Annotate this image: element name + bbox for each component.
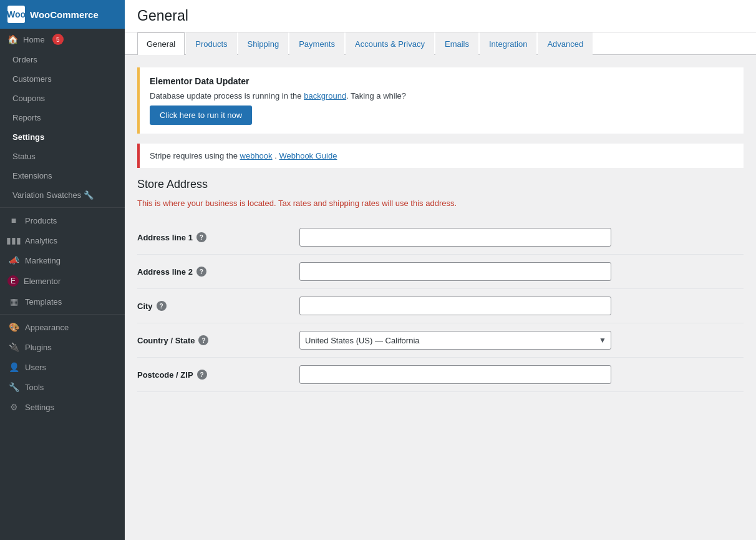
notice-title: Elementor Data Updater bbox=[150, 76, 734, 86]
sidebar-item-marketing[interactable]: 📣 Marketing bbox=[0, 250, 125, 270]
sidebar-item-orders[interactable]: Orders bbox=[0, 50, 125, 69]
sidebar-item-elementor[interactable]: E Elementor bbox=[0, 270, 125, 292]
sidebar-item-label: Templates bbox=[25, 297, 62, 307]
page-header: General bbox=[125, 0, 756, 32]
plugins-icon: 🔌 bbox=[7, 342, 20, 352]
sidebar-item-extensions[interactable]: Extensions bbox=[0, 166, 125, 185]
sidebar-item-label: Elementor bbox=[24, 277, 61, 286]
sidebar-item-reports[interactable]: Reports bbox=[0, 108, 125, 127]
sidebar-item-label: Customers bbox=[12, 74, 52, 84]
postcode-help-icon[interactable]: ? bbox=[197, 370, 207, 380]
sidebar-item-label: Variation Swatches 🔧 bbox=[12, 190, 94, 200]
sidebar-item-coupons[interactable]: Coupons bbox=[0, 89, 125, 108]
content-area: Elementor Data Updater Database update p… bbox=[125, 55, 756, 540]
address2-input[interactable] bbox=[299, 262, 611, 281]
appearance-icon: 🎨 bbox=[7, 322, 20, 332]
stripe-notice-text: Stripe requires using the bbox=[150, 151, 240, 160]
home-icon: 🏠 bbox=[7, 34, 18, 44]
country-help-icon[interactable]: ? bbox=[198, 335, 208, 345]
city-help-icon[interactable]: ? bbox=[157, 301, 167, 311]
sidebar-header[interactable]: Woo WooCommerce bbox=[0, 0, 125, 29]
sidebar-item-label: Plugins bbox=[25, 343, 52, 352]
sidebar-item-plugins[interactable]: 🔌 Plugins bbox=[0, 337, 125, 357]
sidebar-item-label: Home bbox=[23, 35, 45, 44]
form-row-address2: Address line 2 ? bbox=[137, 255, 744, 289]
store-address-desc: This is where your business is located. … bbox=[137, 199, 744, 208]
sidebar-item-label: Orders bbox=[12, 55, 37, 64]
sidebar-item-label: Analytics bbox=[25, 236, 57, 245]
tab-emails[interactable]: Emails bbox=[435, 32, 478, 55]
sidebar-item-tools[interactable]: 🔧 Tools bbox=[0, 377, 125, 397]
background-link[interactable]: background bbox=[304, 91, 346, 101]
country-select-wrapper: United States (US) — California United S… bbox=[299, 331, 611, 350]
elementor-notice: Elementor Data Updater Database update p… bbox=[137, 67, 744, 134]
address1-input[interactable] bbox=[299, 228, 611, 247]
form-row-postcode: Postcode / ZIP ? bbox=[137, 358, 744, 392]
postcode-input[interactable] bbox=[299, 365, 611, 384]
run-now-button[interactable]: Click here to run it now bbox=[150, 106, 252, 125]
products-icon: ■ bbox=[7, 215, 20, 225]
sidebar-item-label: Users bbox=[25, 363, 46, 372]
sidebar-divider-2 bbox=[0, 314, 125, 315]
page-title: General bbox=[137, 7, 744, 24]
tab-payments[interactable]: Payments bbox=[289, 32, 344, 55]
tab-products[interactable]: Products bbox=[186, 32, 236, 55]
sidebar-item-label: Appearance bbox=[25, 323, 69, 332]
webhook-guide-link[interactable]: Webhook Guide bbox=[279, 151, 337, 160]
sidebar-item-users[interactable]: 👤 Users bbox=[0, 357, 125, 377]
tabs-bar: General Products Shipping Payments Accou… bbox=[125, 32, 756, 55]
sidebar-item-label: Settings bbox=[12, 132, 44, 142]
sidebar-item-appearance[interactable]: 🎨 Appearance bbox=[0, 317, 125, 337]
tab-integration[interactable]: Integration bbox=[480, 32, 536, 55]
sidebar-item-settings[interactable]: Settings bbox=[0, 127, 125, 147]
brand-name: WooCommerce bbox=[30, 9, 99, 20]
marketing-icon: 📣 bbox=[7, 255, 20, 265]
sidebar-item-label: Marketing bbox=[25, 256, 61, 265]
postcode-label: Postcode / ZIP ? bbox=[137, 370, 299, 380]
users-icon: 👤 bbox=[7, 362, 20, 372]
notice-description: Database update process is running in th… bbox=[150, 91, 734, 101]
sidebar: Woo WooCommerce 🏠 Home 5 Orders Customer… bbox=[0, 0, 125, 540]
address2-label: Address line 2 ? bbox=[137, 267, 299, 277]
store-address-title: Store Address bbox=[137, 178, 744, 191]
tab-accounts-privacy[interactable]: Accounts & Privacy bbox=[346, 32, 434, 55]
form-row-country: Country / State ? United States (US) — C… bbox=[137, 323, 744, 358]
tab-shipping[interactable]: Shipping bbox=[238, 32, 289, 55]
sidebar-item-label: Settings bbox=[25, 403, 54, 412]
sidebar-item-label: Coupons bbox=[12, 94, 45, 103]
form-row-address1: Address line 1 ? bbox=[137, 220, 744, 255]
stripe-notice: Stripe requires using the webhook . Webh… bbox=[137, 144, 744, 168]
sidebar-item-variation-swatches[interactable]: Variation Swatches 🔧 bbox=[0, 185, 125, 205]
city-label: City ? bbox=[137, 301, 299, 311]
sidebar-item-settings-wp[interactable]: ⚙ Settings bbox=[0, 397, 125, 417]
sidebar-item-templates[interactable]: ▦ Templates bbox=[0, 292, 125, 312]
tab-advanced[interactable]: Advanced bbox=[538, 32, 593, 55]
sidebar-item-customers[interactable]: Customers bbox=[0, 69, 125, 89]
sidebar-divider bbox=[0, 207, 125, 208]
address1-help-icon[interactable]: ? bbox=[196, 232, 206, 242]
sidebar-item-analytics[interactable]: ▮▮▮ Analytics bbox=[0, 230, 125, 250]
analytics-icon: ▮▮▮ bbox=[7, 235, 20, 245]
webhook-link[interactable]: webhook bbox=[240, 151, 273, 160]
home-badge: 5 bbox=[52, 34, 64, 45]
main-content: General General Products Shipping Paymen… bbox=[125, 0, 756, 540]
address2-help-icon[interactable]: ? bbox=[196, 267, 206, 277]
templates-icon: ▦ bbox=[7, 297, 20, 307]
sidebar-item-home[interactable]: 🏠 Home 5 bbox=[0, 29, 125, 50]
form-row-city: City ? bbox=[137, 289, 744, 323]
address1-label: Address line 1 ? bbox=[137, 232, 299, 242]
elementor-icon: E bbox=[7, 275, 19, 287]
sidebar-item-label: Products bbox=[25, 216, 57, 225]
sidebar-item-status[interactable]: Status bbox=[0, 147, 125, 166]
sidebar-item-products[interactable]: ■ Products bbox=[0, 210, 125, 230]
sidebar-item-label: Reports bbox=[12, 113, 41, 122]
country-label: Country / State ? bbox=[137, 335, 299, 345]
sidebar-item-label: Status bbox=[12, 152, 36, 161]
tab-general[interactable]: General bbox=[137, 32, 185, 55]
woo-logo: Woo bbox=[7, 6, 25, 23]
country-select[interactable]: United States (US) — California United S… bbox=[299, 331, 611, 350]
city-input[interactable] bbox=[299, 297, 611, 315]
settings-wp-icon: ⚙ bbox=[7, 402, 20, 412]
sidebar-item-label: Extensions bbox=[12, 171, 52, 180]
tools-icon: 🔧 bbox=[7, 382, 20, 392]
